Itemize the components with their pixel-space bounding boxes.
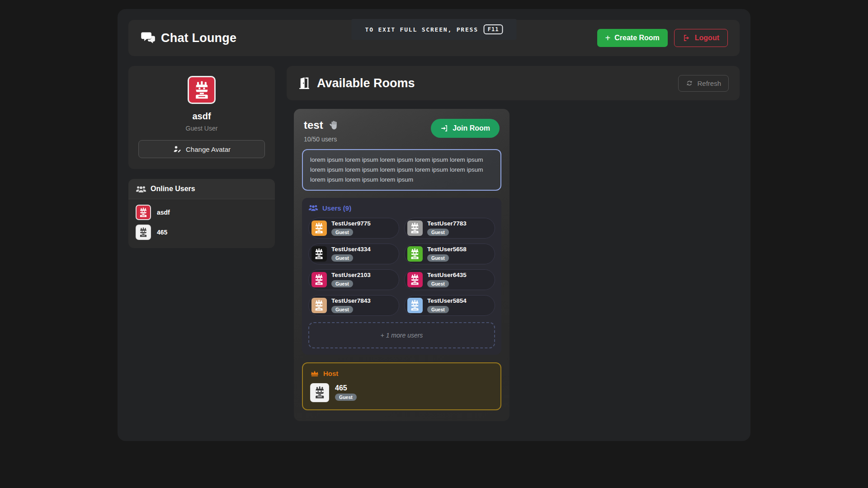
brand: Chat Lounge — [140, 31, 236, 45]
user-avatar — [407, 221, 423, 236]
room-user-chip: TestUser5658 Guest — [404, 244, 495, 264]
online-users-list: asdf 465 — [128, 199, 275, 248]
refresh-icon — [686, 80, 693, 87]
room-users-panel: Users (9) TestUser9775 Guest — [302, 198, 501, 355]
users-icon — [308, 204, 318, 211]
profile-card: asdf Guest User Change Avatar — [128, 66, 275, 169]
user-avatar — [136, 225, 151, 240]
logout-icon — [683, 34, 691, 42]
profile-username: asdf — [192, 111, 211, 122]
create-room-button[interactable]: + Create Room — [597, 29, 668, 47]
plus-icon: + — [605, 35, 611, 41]
more-users-box: + 1 more users — [308, 322, 495, 348]
user-avatar — [311, 298, 327, 313]
person-edit-icon — [173, 145, 182, 153]
raised-hand-icon — [329, 120, 340, 131]
fullscreen-notice: TO EXIT FULL SCREEN, PRESS F11 — [352, 19, 517, 40]
host-section: Host 465 Guest — [302, 362, 501, 410]
profile-avatar — [188, 76, 216, 104]
profile-role: Guest User — [186, 125, 218, 132]
online-user-item: asdf — [136, 205, 268, 220]
rooms-title: Available Rooms — [317, 76, 415, 90]
sign-in-icon — [440, 124, 448, 132]
room-user-chip: TestUser9775 Guest — [308, 218, 399, 239]
create-room-label: Create Room — [614, 34, 660, 42]
users-icon — [136, 185, 146, 193]
host-title: Host — [323, 370, 338, 377]
page-title: Chat Lounge — [161, 31, 236, 45]
user-avatar — [407, 246, 423, 262]
room-user-chip: TestUser7783 Guest — [404, 218, 495, 239]
room-user-chip: TestUser5854 Guest — [404, 295, 495, 316]
sidebar: asdf Guest User Change Avatar — [128, 66, 275, 421]
user-avatar — [311, 246, 327, 262]
host-user-row: 465 Guest — [310, 383, 493, 402]
room-name: test — [304, 119, 323, 131]
user-avatar — [311, 272, 327, 287]
user-name: TestUser2103 — [331, 272, 371, 279]
user-name: asdf — [157, 209, 170, 216]
online-user-item: 465 — [136, 225, 268, 240]
room-user-chip: TestUser2103 Guest — [308, 269, 399, 290]
room-users-grid: TestUser9775 Guest TestUser7783 Guest — [308, 218, 495, 316]
logout-button[interactable]: Logout — [674, 29, 728, 47]
guest-badge: Guest — [335, 394, 357, 401]
guest-badge: Guest — [427, 229, 449, 236]
crown-icon — [310, 370, 319, 377]
room-users-title-wrap: Users (9) — [308, 204, 495, 212]
room-user-chip: TestUser6435 Guest — [404, 269, 495, 290]
chat-bubbles-icon — [140, 31, 156, 45]
user-avatar — [407, 298, 423, 313]
guest-badge: Guest — [331, 254, 353, 262]
door-open-icon — [297, 76, 311, 90]
user-name: 465 — [157, 229, 167, 236]
user-name: TestUser7843 — [331, 297, 371, 305]
user-avatar — [136, 205, 151, 220]
join-room-button[interactable]: Join Room — [431, 119, 500, 138]
rooms-title-wrap: Available Rooms — [297, 76, 415, 90]
host-avatar — [310, 383, 329, 402]
app-container: Chat Lounge + Create Room Logout TO EXIT… — [118, 9, 750, 441]
room-card-header: test 10/50 users — [302, 119, 501, 143]
f11-key-badge: F11 — [484, 24, 503, 34]
guest-badge: Guest — [427, 280, 449, 287]
room-card: test 10/50 users — [294, 109, 509, 421]
guest-badge: Guest — [331, 306, 353, 313]
refresh-label: Refresh — [697, 80, 721, 87]
change-avatar-button[interactable]: Change Avatar — [138, 140, 265, 158]
change-avatar-label: Change Avatar — [186, 145, 231, 153]
refresh-button[interactable]: Refresh — [678, 75, 729, 92]
main-content: Available Rooms Refresh test — [287, 66, 740, 421]
user-name: TestUser5854 — [427, 297, 467, 305]
online-users-title: Online Users — [151, 185, 195, 193]
user-avatar — [407, 272, 423, 287]
guest-badge: Guest — [331, 280, 353, 287]
fullscreen-notice-text: TO EXIT FULL SCREEN, PRESS — [365, 26, 478, 33]
logout-label: Logout — [695, 34, 719, 42]
room-description: lorem ipsum lorem ipsum lorem ipsum lore… — [302, 149, 501, 191]
user-name: TestUser6435 — [427, 272, 467, 279]
user-name: TestUser4334 — [331, 246, 371, 253]
guest-badge: Guest — [427, 254, 449, 262]
user-avatar — [311, 221, 327, 236]
guest-badge: Guest — [331, 229, 353, 236]
room-user-chip: TestUser7843 Guest — [308, 295, 399, 316]
host-title-wrap: Host — [310, 370, 493, 377]
host-name: 465 — [335, 384, 347, 392]
room-capacity: 10/50 users — [304, 136, 340, 143]
room-user-chip: TestUser4334 Guest — [308, 244, 399, 264]
user-name: TestUser5658 — [427, 246, 467, 253]
rooms-header: Available Rooms Refresh — [287, 66, 740, 100]
guest-badge: Guest — [427, 306, 449, 313]
user-name: TestUser7783 — [427, 220, 467, 227]
user-name: TestUser9775 — [331, 220, 371, 227]
online-users-panel: Online Users asdf — [128, 179, 275, 248]
join-room-label: Join Room — [453, 124, 490, 132]
room-title-wrap: test — [304, 119, 340, 131]
online-users-header: Online Users — [128, 179, 275, 199]
room-users-title: Users (9) — [322, 204, 351, 212]
